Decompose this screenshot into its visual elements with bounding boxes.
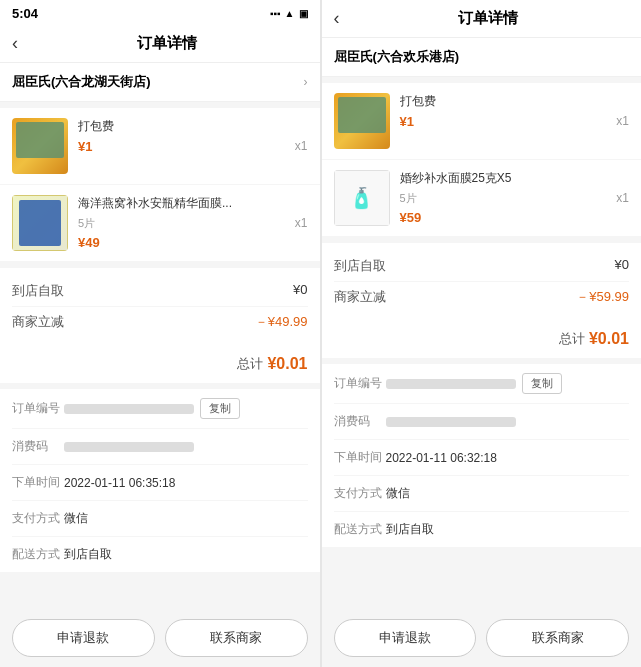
right-item-2-image — [334, 170, 390, 226]
right-total-amount: ¥0.01 — [589, 330, 629, 348]
right-summary-row-2: 商家立减 －¥59.99 — [334, 282, 630, 312]
left-item-1-price: ¥1 — [78, 139, 285, 154]
left-summary-row-1: 到店自取 ¥0 — [12, 276, 308, 307]
right-item-1-qty: x1 — [616, 114, 629, 128]
right-info-section: 订单编号 复制 消费码 下单时间 2022-01-11 06:32:18 支付方… — [322, 364, 642, 547]
screen-container: 5:04 ▪▪▪ ▲ ▣ ‹ 订单详情 屈臣氏(六合龙湖天街店) › — [0, 0, 641, 667]
right-item-2-sub: 5片 — [400, 191, 607, 206]
right-info-time-label: 下单时间 — [334, 449, 386, 466]
right-header-title: 订单详情 — [348, 9, 630, 28]
right-item-2-info: 婚纱补水面膜25克X5 5片 ¥59 — [400, 170, 607, 225]
right-shop-row[interactable]: 屈臣氏(六合欢乐港店) — [322, 38, 642, 77]
right-footer-buttons: 申请退款 联系商家 — [322, 609, 642, 667]
left-info-order-number: 订单编号 复制 — [12, 389, 308, 429]
right-item-2-price: ¥59 — [400, 210, 607, 225]
left-shop-name: 屈臣氏(六合龙湖天街店) — [12, 73, 151, 91]
left-info-payment: 支付方式 微信 — [12, 501, 308, 537]
left-info-time-label: 下单时间 — [12, 474, 64, 491]
left-item-1-qty: x1 — [295, 139, 308, 153]
right-info-time: 下单时间 2022-01-11 06:32:18 — [334, 440, 630, 476]
left-packaging-icon — [12, 118, 68, 174]
left-info-time: 下单时间 2022-01-11 06:35:18 — [12, 465, 308, 501]
left-summary-section: 到店自取 ¥0 商家立减 －¥49.99 — [0, 268, 320, 345]
left-item-2: 海洋燕窝补水安瓶精华面膜... 5片 ¥49 x1 — [0, 185, 320, 262]
right-item-1-price: ¥1 — [400, 114, 607, 129]
right-item-1-info: 打包费 ¥1 — [400, 93, 607, 129]
left-info-order-label: 订单编号 — [12, 400, 64, 417]
left-info-delivery-label: 配送方式 — [12, 546, 64, 563]
left-summary-value-2: －¥49.99 — [255, 313, 308, 331]
right-item-1-image — [334, 93, 390, 149]
right-total-row: 总计 ¥0.01 — [322, 320, 642, 358]
left-status-time: 5:04 — [12, 6, 38, 21]
right-packaging-icon — [334, 93, 390, 149]
left-item-2-price: ¥49 — [78, 235, 285, 250]
right-info-delivery-value: 到店自取 — [386, 521, 630, 538]
left-info-coupon-value — [64, 442, 194, 452]
left-item-1-name: 打包费 — [78, 118, 285, 135]
right-item-1-name: 打包费 — [400, 93, 607, 110]
left-info-time-value: 2022-01-11 06:35:18 — [64, 476, 308, 490]
signal-icon: ▪▪▪ — [270, 8, 281, 19]
right-info-payment-value: 微信 — [386, 485, 630, 502]
right-back-button[interactable]: ‹ — [334, 8, 348, 29]
left-info-delivery: 配送方式 到店自取 — [12, 537, 308, 572]
left-item-2-sub: 5片 — [78, 216, 285, 231]
left-item-2-info: 海洋燕窝补水安瓶精华面膜... 5片 ¥49 — [78, 195, 285, 250]
right-item-2-qty: x1 — [616, 191, 629, 205]
right-info-order-label: 订单编号 — [334, 375, 386, 392]
left-copy-button[interactable]: 复制 — [200, 398, 240, 419]
left-total-amount: ¥0.01 — [267, 355, 307, 373]
left-header: ‹ 订单详情 — [0, 25, 320, 63]
battery-icon: ▣ — [299, 8, 308, 19]
right-scroll-area: 屈臣氏(六合欢乐港店) 打包费 ¥1 x1 — [322, 38, 642, 609]
left-info-payment-label: 支付方式 — [12, 510, 64, 527]
left-total-row: 总计 ¥0.01 — [0, 345, 320, 383]
right-summary-value-2: －¥59.99 — [576, 288, 629, 306]
left-items-section: 打包费 ¥1 x1 海洋燕窝补水安瓶精华面膜... 5片 ¥49 x1 — [0, 108, 320, 262]
left-header-title: 订单详情 — [26, 34, 308, 53]
right-copy-button[interactable]: 复制 — [522, 373, 562, 394]
left-item-2-image — [12, 195, 68, 251]
right-items-section: 打包费 ¥1 x1 婚纱补水面膜25克X5 5片 ¥59 x1 — [322, 83, 642, 237]
right-info-time-value: 2022-01-11 06:32:18 — [386, 451, 630, 465]
right-info-order-value — [386, 379, 516, 389]
wifi-icon: ▲ — [285, 8, 295, 19]
right-info-payment: 支付方式 微信 — [334, 476, 630, 512]
right-info-delivery-label: 配送方式 — [334, 521, 386, 538]
right-contact-button[interactable]: 联系商家 — [486, 619, 629, 657]
left-info-coupon: 消费码 — [12, 429, 308, 465]
left-info-section: 订单编号 复制 消费码 下单时间 2022-01-11 06:35:18 支付方… — [0, 389, 320, 572]
right-info-coupon-value — [386, 417, 516, 427]
right-info-coupon: 消费码 — [334, 404, 630, 440]
left-status-icons: ▪▪▪ ▲ ▣ — [270, 8, 308, 19]
right-info-payment-label: 支付方式 — [334, 485, 386, 502]
right-summary-section: 到店自取 ¥0 商家立减 －¥59.99 — [322, 243, 642, 320]
left-info-delivery-value: 到店自取 — [64, 546, 308, 563]
right-summary-value-1: ¥0 — [615, 257, 629, 275]
right-item-2-name: 婚纱补水面膜25克X5 — [400, 170, 607, 187]
left-item-2-name: 海洋燕窝补水安瓶精华面膜... — [78, 195, 285, 212]
left-back-button[interactable]: ‹ — [12, 33, 26, 54]
left-item-1-info: 打包费 ¥1 — [78, 118, 285, 154]
left-refund-button[interactable]: 申请退款 — [12, 619, 155, 657]
left-summary-row-2: 商家立减 －¥49.99 — [12, 307, 308, 337]
left-serum-icon — [12, 195, 68, 251]
left-summary-label-2: 商家立减 — [12, 313, 64, 331]
left-info-order-value — [64, 404, 194, 414]
left-info-payment-value: 微信 — [64, 510, 308, 527]
right-mask-icon — [334, 170, 390, 226]
left-contact-button[interactable]: 联系商家 — [165, 619, 308, 657]
left-shop-arrow: › — [304, 75, 308, 89]
left-shop-row[interactable]: 屈臣氏(六合龙湖天街店) › — [0, 63, 320, 102]
right-refund-button[interactable]: 申请退款 — [334, 619, 477, 657]
left-info-coupon-label: 消费码 — [12, 438, 64, 455]
left-summary-value-1: ¥0 — [293, 282, 307, 300]
right-panel: ‹ 订单详情 屈臣氏(六合欢乐港店) 打包费 ¥1 x1 — [322, 0, 642, 667]
left-item-2-qty: x1 — [295, 216, 308, 230]
right-info-coupon-label: 消费码 — [334, 413, 386, 430]
right-info-order-number: 订单编号 复制 — [334, 364, 630, 404]
left-panel: 5:04 ▪▪▪ ▲ ▣ ‹ 订单详情 屈臣氏(六合龙湖天街店) › — [0, 0, 320, 667]
right-header: ‹ 订单详情 — [322, 0, 642, 38]
left-status-bar: 5:04 ▪▪▪ ▲ ▣ — [0, 0, 320, 25]
